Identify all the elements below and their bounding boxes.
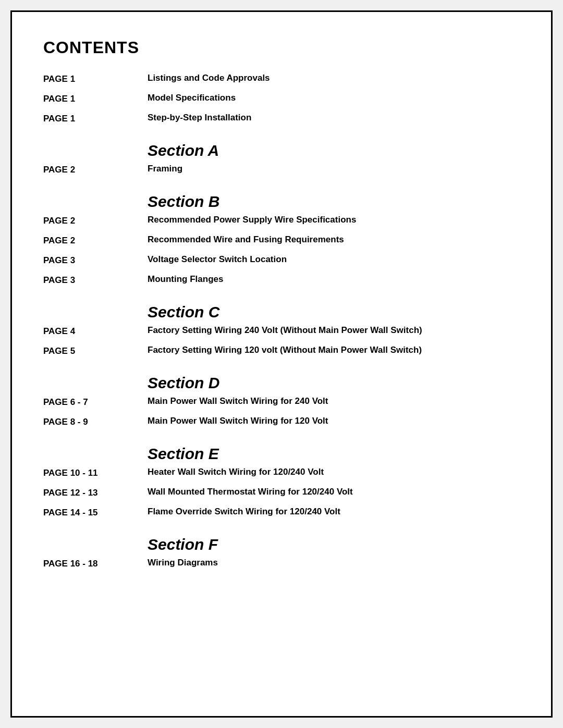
page-number: PAGE 14 - 15 [43,507,148,518]
section-title: Section B [148,193,520,211]
section-title: Section C [148,303,520,321]
toc-row: PAGE 8 - 9Main Power Wall Switch Wiring … [43,416,520,427]
toc-row: PAGE 1Model Specifications [43,93,520,104]
toc-row: PAGE 12 - 13Wall Mounted Thermostat Wiri… [43,487,520,498]
toc-row: PAGE 2Recommended Wire and Fusing Requir… [43,235,520,246]
description: Factory Setting Wiring 120 volt (Without… [148,345,520,355]
toc-row: PAGE 14 - 15Flame Override Switch Wiring… [43,507,520,518]
toc-row: PAGE 3Voltage Selector Switch Location [43,254,520,266]
page-number: PAGE 1 [43,93,148,104]
page-number: PAGE 8 - 9 [43,416,148,427]
section-label: Section C [148,303,520,323]
page-number: PAGE 2 [43,235,148,246]
section-title: Section E [148,445,520,463]
description: Mounting Flanges [148,274,520,285]
page-number: PAGE 10 - 11 [43,467,148,478]
toc-row: PAGE 1Listings and Code Approvals [43,73,520,84]
toc-row: PAGE 6 - 7Main Power Wall Switch Wiring … [43,396,520,408]
page-number: PAGE 6 - 7 [43,396,148,408]
description: Factory Setting Wiring 240 Volt (Without… [148,325,520,336]
section-heading-row: Section D [43,374,520,394]
section-label: Section F [148,536,520,556]
page-number: PAGE 3 [43,274,148,286]
description: Listings and Code Approvals [148,73,520,83]
section-label: Section D [148,374,520,394]
toc-row: PAGE 3Mounting Flanges [43,274,520,286]
page-number: PAGE 3 [43,254,148,266]
page-number: PAGE 2 [43,215,148,226]
description: Wall Mounted Thermostat Wiring for 120/2… [148,487,520,497]
section-heading-row: Section B [43,193,520,213]
toc-row: PAGE 4Factory Setting Wiring 240 Volt (W… [43,325,520,337]
section-title: Section A [148,142,520,159]
section-title: Section F [148,536,520,553]
toc-row: PAGE 2Recommended Power Supply Wire Spec… [43,215,520,226]
page-number: PAGE 12 - 13 [43,487,148,498]
section-label: Section A [148,142,520,162]
section-heading-row: Section E [43,445,520,465]
section-title: Section D [148,374,520,392]
page-container: CONTENTS PAGE 1Listings and Code Approva… [10,10,553,718]
description: Framing [148,164,520,174]
description: Flame Override Switch Wiring for 120/240… [148,507,520,517]
section-label: Section B [148,193,520,213]
description: Main Power Wall Switch Wiring for 240 Vo… [148,396,520,406]
toc-row: PAGE 2Framing [43,164,520,175]
toc-row: PAGE 16 - 18Wiring Diagrams [43,558,520,569]
page-number: PAGE 4 [43,325,148,337]
toc-row: PAGE 1Step-by-Step Installation [43,113,520,124]
page-title: CONTENTS [43,38,520,57]
description: Wiring Diagrams [148,558,520,568]
toc-row: PAGE 10 - 11Heater Wall Switch Wiring fo… [43,467,520,478]
toc-row: PAGE 5Factory Setting Wiring 120 volt (W… [43,345,520,356]
description: Voltage Selector Switch Location [148,254,520,265]
page-number: PAGE 1 [43,113,148,124]
section-heading-row: Section C [43,303,520,323]
page-number: PAGE 16 - 18 [43,558,148,569]
section-heading-row: Section F [43,536,520,556]
description: Heater Wall Switch Wiring for 120/240 Vo… [148,467,520,477]
description: Main Power Wall Switch Wiring for 120 Vo… [148,416,520,426]
page-number: PAGE 2 [43,164,148,175]
description: Recommended Wire and Fusing Requirements [148,235,520,245]
description: Model Specifications [148,93,520,103]
description: Step-by-Step Installation [148,113,520,123]
page-number: PAGE 1 [43,73,148,84]
section-heading-row: Section A [43,142,520,162]
page-number: PAGE 5 [43,345,148,356]
section-label: Section E [148,445,520,465]
description: Recommended Power Supply Wire Specificat… [148,215,520,225]
